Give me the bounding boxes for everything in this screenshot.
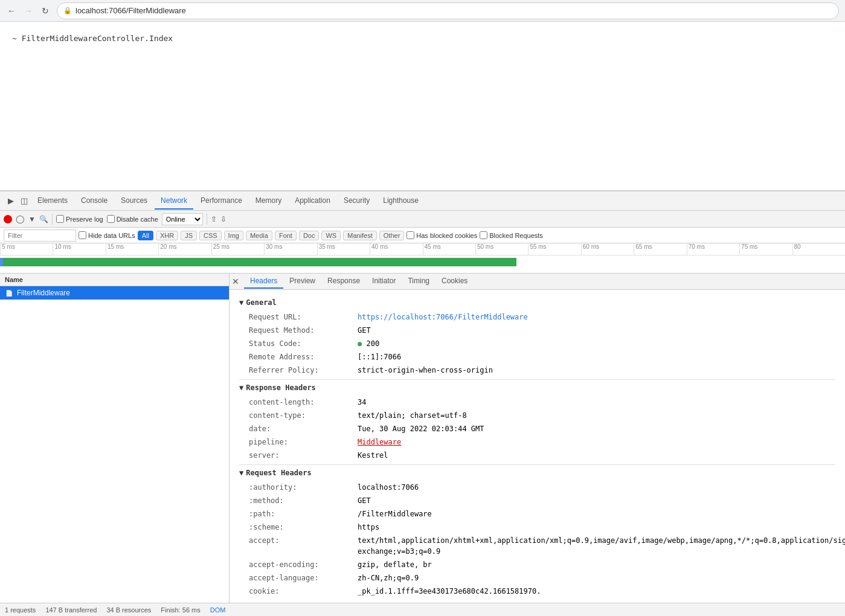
req-method-val: GET xyxy=(358,495,371,506)
filter-type-other[interactable]: Other xyxy=(379,231,405,240)
tab-elements[interactable]: Elements xyxy=(31,193,74,210)
record-button[interactable] xyxy=(4,215,12,223)
filter-type-manifest[interactable]: Manifest xyxy=(343,231,377,240)
mark-30ms: 30 ms xyxy=(264,243,316,255)
request-method-key: Request Method: xyxy=(249,325,358,336)
filter-type-media[interactable]: Media xyxy=(246,231,272,240)
blocked-requests-input[interactable] xyxy=(480,231,487,239)
address-bar[interactable]: 🔒 localhost:7066/FilterMiddleware xyxy=(57,2,839,19)
mark-60ms: 60 ms xyxy=(581,243,634,255)
response-headers-section-header[interactable]: ▼ Response Headers xyxy=(239,379,835,396)
filter-input[interactable] xyxy=(4,229,76,242)
forward-button[interactable]: → xyxy=(23,5,34,16)
tab-security[interactable]: Security xyxy=(338,193,376,210)
tab-application[interactable]: Application xyxy=(289,193,336,210)
tab-sources[interactable]: Sources xyxy=(115,193,153,210)
doc-icon: 📄 xyxy=(5,289,13,297)
details-tab-headers[interactable]: Headers xyxy=(244,274,283,289)
url-text: localhost:7066/FilterMiddleware xyxy=(76,6,186,15)
hide-data-urls-input[interactable] xyxy=(79,231,86,239)
request-name: FilterMiddleware xyxy=(17,289,70,297)
resp-content-type-row: content-type: text/plain; charset=utf-8 xyxy=(239,409,835,422)
accept-language-val: zh-CN,zh;q=0.9 xyxy=(358,573,419,583)
details-tab-response[interactable]: Response xyxy=(321,274,366,289)
request-row[interactable]: 📄 FilterMiddleware xyxy=(0,286,229,300)
content-type-key: content-type: xyxy=(249,410,358,421)
details-tab-timing[interactable]: Timing xyxy=(402,274,435,289)
status-transferred: 147 B transferred xyxy=(45,606,97,614)
preserve-log-input[interactable] xyxy=(56,215,64,223)
device-icon[interactable]: ◫ xyxy=(18,195,30,207)
accept-language-key: accept-language: xyxy=(249,573,358,583)
timeline: 5 ms 10 ms 15 ms 20 ms 25 ms 30 ms 35 ms… xyxy=(0,243,845,274)
preserve-log-checkbox[interactable]: Preserve log xyxy=(56,215,103,223)
network-toolbar: ◯ ▼ 🔍 Preserve log Disable cache Online … xyxy=(0,211,845,228)
details-tab-preview[interactable]: Preview xyxy=(283,274,321,289)
authority-key: :authority: xyxy=(249,482,358,493)
has-blocked-cookies-input[interactable] xyxy=(406,231,414,239)
details-tab-initiator[interactable]: Initiator xyxy=(366,274,402,289)
accept-val: text/html,application/xhtml+xml,applicat… xyxy=(358,535,845,557)
req-scheme-row: :scheme: https xyxy=(239,521,835,534)
filter-type-ws[interactable]: WS xyxy=(321,231,341,240)
req-accept-language-row: accept-language: zh-CN,zh;q=0.9 xyxy=(239,571,835,585)
browser-chrome: ← → ↻ 🔒 localhost:7066/FilterMiddleware xyxy=(0,0,845,22)
tab-lighthouse[interactable]: Lighthouse xyxy=(377,193,425,210)
disable-cache-input[interactable] xyxy=(107,215,115,223)
request-url-val: https://localhost:7066/FilterMiddleware xyxy=(358,312,528,322)
request-headers-section-header[interactable]: ▼ Request Headers xyxy=(239,464,835,481)
details-tab-bar: ✕ Headers Preview Response Initiator Tim… xyxy=(230,274,845,290)
close-details-button[interactable]: ✕ xyxy=(232,277,239,286)
pipeline-key: pipeline: xyxy=(249,437,358,448)
status-bar: 1 requests 147 B transferred 34 B resour… xyxy=(0,603,845,616)
filter-type-img[interactable]: Img xyxy=(224,231,243,240)
details-tab-cookies[interactable]: Cookies xyxy=(435,274,474,289)
response-headers-section-label: Response Headers xyxy=(246,383,316,392)
filter-type-doc[interactable]: Doc xyxy=(299,231,320,240)
filter-type-css[interactable]: CSS xyxy=(199,231,222,240)
mark-80ms: 80 xyxy=(792,243,845,255)
referrer-policy-val: strict-origin-when-cross-origin xyxy=(358,365,493,376)
details-panel: ✕ Headers Preview Response Initiator Tim… xyxy=(230,274,845,603)
disable-cache-checkbox[interactable]: Disable cache xyxy=(107,215,158,223)
tab-performance[interactable]: Performance xyxy=(194,193,248,210)
date-key: date: xyxy=(249,423,358,434)
clear-button[interactable]: ◯ xyxy=(16,214,25,223)
back-button[interactable]: ← xyxy=(6,5,17,16)
general-section-header[interactable]: ▼ General xyxy=(239,295,835,310)
has-blocked-cookies-checkbox[interactable]: Has blocked cookies xyxy=(406,231,477,239)
filter-type-all[interactable]: All xyxy=(138,231,153,240)
blocked-requests-checkbox[interactable]: Blocked Requests xyxy=(480,231,543,239)
download-icon[interactable]: ⇩ xyxy=(220,215,227,223)
mark-50ms: 50 ms xyxy=(475,243,528,255)
timeline-green-segment xyxy=(3,258,516,266)
mark-45ms: 45 ms xyxy=(423,243,475,255)
filter-type-xhr[interactable]: XHR xyxy=(156,231,178,240)
authority-val: localhost:7066 xyxy=(358,482,419,493)
cursor-icon[interactable]: ▶ xyxy=(5,195,17,207)
throttle-select[interactable]: Online Offline Slow 3G Fast 3G xyxy=(162,213,203,225)
status-finish: Finish: 56 ms xyxy=(161,606,200,614)
separator-1 xyxy=(52,214,53,225)
upload-icon[interactable]: ⇧ xyxy=(211,215,217,223)
general-referrer-row: Referrer Policy: strict-origin-when-cros… xyxy=(239,364,835,377)
filter-type-js[interactable]: JS xyxy=(181,231,197,240)
mark-65ms: 65 ms xyxy=(634,243,686,255)
hide-data-urls-checkbox[interactable]: Hide data URLs xyxy=(79,231,135,239)
general-section-label: General xyxy=(246,298,277,307)
tab-console[interactable]: Console xyxy=(75,193,114,210)
reload-button[interactable]: ↻ xyxy=(40,5,51,16)
tab-network[interactable]: Network xyxy=(155,193,193,210)
path-key: :path: xyxy=(249,509,358,519)
req-method-row: :method: GET xyxy=(239,494,835,507)
resp-server-row: server: Kestrel xyxy=(239,449,835,462)
filter-type-font[interactable]: Font xyxy=(275,231,297,240)
search-button[interactable]: 🔍 xyxy=(39,215,48,223)
filter-button[interactable]: ▼ xyxy=(28,215,36,223)
status-code-val: 200 xyxy=(366,339,379,348)
remote-address-key: Remote Address: xyxy=(249,351,358,362)
server-key: server: xyxy=(249,450,358,461)
tab-memory[interactable]: Memory xyxy=(249,193,288,210)
mark-25ms: 25 ms xyxy=(211,243,264,255)
dom-link[interactable]: DOM xyxy=(210,606,226,614)
